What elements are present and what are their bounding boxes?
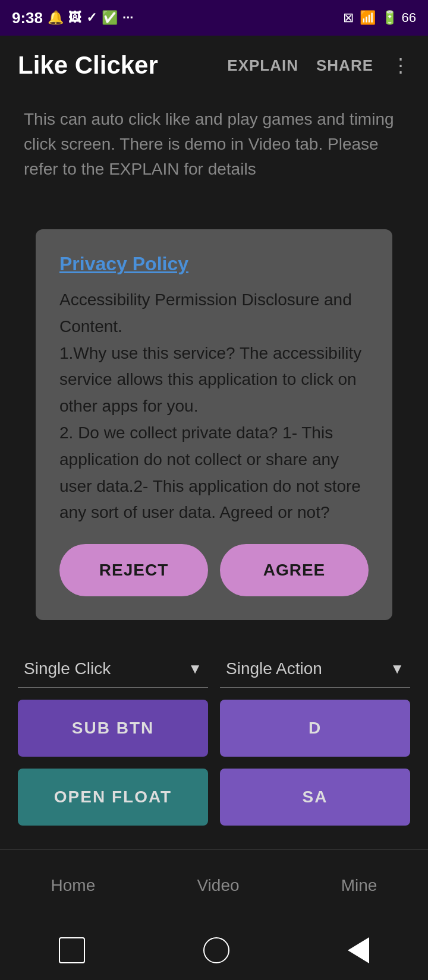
nav-video-label: Video xyxy=(197,876,239,894)
nav-mine[interactable]: Mine xyxy=(341,876,377,895)
verified-icon: ✅ xyxy=(102,10,118,26)
home-button[interactable] xyxy=(203,937,229,963)
notification-icon: 🔔 xyxy=(48,10,64,26)
bottom-controls: Single Click ▼ Single Action ▼ SUB BTN D… xyxy=(0,638,428,849)
action-row-2: OPEN FLOAT SA xyxy=(18,769,410,826)
nav-video[interactable]: Video xyxy=(197,876,239,895)
description-text: This can auto click like and play games … xyxy=(24,110,394,178)
d-button[interactable]: D xyxy=(220,700,410,757)
dialog-title: Privacy Policy xyxy=(59,253,369,275)
app-bar-actions: EXPLAIN SHARE ⋮ xyxy=(227,54,410,77)
more-menu-icon[interactable]: ⋮ xyxy=(391,54,410,77)
nav-home-label: Home xyxy=(51,876,96,894)
nav-home[interactable]: Home xyxy=(51,876,96,895)
system-nav xyxy=(0,921,428,980)
dialog-buttons: REJECT AGREE xyxy=(59,544,369,596)
single-click-label: Single Click xyxy=(24,659,111,678)
dropdown1-arrow-icon: ▼ xyxy=(188,660,202,677)
bottom-nav: Home Video Mine xyxy=(0,849,428,921)
image-icon: 🖼 xyxy=(68,10,81,26)
dialog-body: Accessibility Permission Disclosure and … xyxy=(59,287,369,526)
status-bar-left: 9:38 🔔 🖼 ✓ ✅ ··· xyxy=(12,9,133,27)
dropdown-row: Single Click ▼ Single Action ▼ xyxy=(18,650,410,688)
status-bar: 9:38 🔔 🖼 ✓ ✅ ··· ⊠ 📶 🔋 66 xyxy=(0,0,428,36)
action-row-1: SUB BTN D xyxy=(18,700,410,757)
status-bar-right: ⊠ 📶 🔋 66 xyxy=(343,10,416,26)
reject-button[interactable]: REJECT xyxy=(59,544,208,596)
battery-icon: 🔋 66 xyxy=(382,10,416,26)
single-action-dropdown[interactable]: Single Action ▼ xyxy=(220,650,410,688)
single-click-dropdown[interactable]: Single Click ▼ xyxy=(18,650,208,688)
close-box-icon: ⊠ xyxy=(343,10,354,26)
app-title: Like Clicker xyxy=(18,51,158,80)
share-button[interactable]: SHARE xyxy=(316,56,373,75)
back-button[interactable] xyxy=(348,937,369,963)
open-float-button[interactable]: OPEN FLOAT xyxy=(18,769,208,826)
check-icon: ✓ xyxy=(86,10,97,26)
dialog-body-text: Accessibility Permission Disclosure and … xyxy=(59,290,361,521)
status-time: 9:38 xyxy=(12,9,43,27)
explain-button[interactable]: EXPLAIN xyxy=(227,56,298,75)
app-description: This can auto click like and play games … xyxy=(0,95,428,194)
nav-mine-label: Mine xyxy=(341,876,377,894)
single-action-label: Single Action xyxy=(226,659,322,678)
sub-btn-button[interactable]: SUB BTN xyxy=(18,700,208,757)
dropdown2-arrow-icon: ▼ xyxy=(390,660,404,677)
more-icon: ··· xyxy=(122,10,133,26)
agree-button[interactable]: AGREE xyxy=(220,544,369,596)
wifi-icon: 📶 xyxy=(360,10,376,26)
recent-apps-button[interactable] xyxy=(59,937,85,963)
app-bar: Like Clicker EXPLAIN SHARE ⋮ xyxy=(0,36,428,95)
sa-button[interactable]: SA xyxy=(220,769,410,826)
page-wrapper: 9:38 🔔 🖼 ✓ ✅ ··· ⊠ 📶 🔋 66 Like Clicker E… xyxy=(0,0,428,980)
privacy-policy-dialog: Privacy Policy Accessibility Permission … xyxy=(36,229,392,620)
